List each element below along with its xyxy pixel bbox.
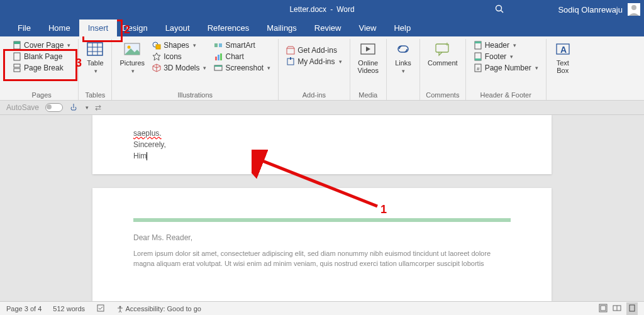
blank-page-icon: [13, 52, 21, 61]
chevron-down-icon: ▾: [402, 68, 405, 74]
svg-rect-8: [14, 69, 20, 72]
avatar[interactable]: [628, 3, 640, 16]
svg-rect-21: [218, 55, 219, 60]
text-box-button[interactable]: A Text Box: [552, 39, 574, 75]
links-button[interactable]: Links▾: [392, 39, 414, 76]
text-box-icon: A: [554, 40, 572, 58]
chevron-down-icon: ▾: [193, 42, 196, 48]
svg-rect-33: [475, 41, 481, 43]
touch-mode-icon[interactable]: [69, 102, 78, 113]
get-addins-button[interactable]: Get Add-ins: [284, 45, 344, 55]
page-indicator[interactable]: Page 3 of 4: [6, 305, 42, 312]
comment-button[interactable]: + Comment: [425, 39, 460, 68]
user-name[interactable]: Sodiq Olanrewaju: [558, 5, 623, 14]
page-break-icon: [13, 64, 21, 72]
icons-icon: [152, 52, 161, 61]
icons-button[interactable]: Icons: [150, 52, 209, 62]
sincerely-text[interactable]: Sincerely,: [133, 140, 511, 149]
header-icon: [474, 41, 482, 50]
cover-page-icon: [13, 41, 21, 50]
word-count[interactable]: 512 words: [53, 305, 85, 312]
store-icon: [286, 46, 295, 55]
lorem-text[interactable]: Lorem ipsum dolor sit amet, consectetuer…: [133, 248, 511, 268]
tab-view[interactable]: View: [350, 19, 385, 36]
group-pages: Cover Page▾ Blank Page Page Break Pages: [5, 39, 79, 100]
group-label-hf: Header & Footer: [480, 91, 531, 99]
cover-page-button[interactable]: Cover Page▾: [10, 40, 73, 50]
chevron-down-icon: ▾: [131, 68, 135, 74]
page-lower[interactable]: Dear Ms. Reader, Lorem ipsum dolor sit a…: [92, 188, 552, 301]
pictures-button[interactable]: Pictures▾: [117, 39, 147, 76]
chevron-down-icon: ▾: [513, 42, 516, 48]
page-number-button[interactable]: #Page Number▾: [471, 63, 541, 73]
ribbon: Cover Page▾ Blank Page Page Break Pages …: [0, 36, 644, 101]
tab-home[interactable]: Home: [40, 19, 79, 36]
dear-text[interactable]: Dear Ms. Reader,: [133, 233, 511, 242]
tab-references[interactable]: References: [199, 19, 258, 36]
my-addins-button[interactable]: My Add-ins▾: [284, 57, 344, 67]
tab-design[interactable]: Design: [113, 19, 156, 36]
spell-error[interactable]: saeplus.: [133, 129, 162, 138]
read-mode-icon[interactable]: [613, 304, 621, 314]
online-videos-button[interactable]: Online Videos: [355, 39, 381, 75]
svg-rect-48: [630, 305, 635, 311]
svg-rect-7: [14, 64, 20, 67]
group-links: Links▾: [387, 39, 420, 100]
video-icon: [359, 40, 377, 58]
svg-rect-42: [97, 305, 104, 311]
svg-point-43: [119, 306, 121, 308]
tab-layout[interactable]: Layout: [157, 19, 199, 36]
tab-help[interactable]: Help: [385, 19, 419, 36]
chart-button[interactable]: Chart: [211, 52, 273, 62]
tab-review[interactable]: Review: [306, 19, 350, 36]
chevron-down-icon: ▾: [535, 65, 538, 71]
shapes-button[interactable]: Shapes▾: [150, 40, 209, 50]
screenshot-button[interactable]: Screenshot▾: [211, 63, 273, 73]
title-bar: Letter.docx - Word Sodiq Olanrewaju: [0, 0, 644, 19]
svg-rect-5: [14, 41, 20, 44]
chart-icon: [214, 52, 223, 61]
autosave-toggle[interactable]: [45, 103, 63, 112]
footer-button[interactable]: Footer▾: [471, 52, 541, 62]
header-button[interactable]: Header▾: [471, 40, 541, 50]
qat-customize-icon[interactable]: ⇄: [95, 103, 101, 112]
blank-page-button[interactable]: Blank Page: [10, 52, 73, 62]
chevron-down-icon: ▾: [67, 42, 70, 48]
svg-text:#: #: [477, 66, 480, 72]
quick-access-bar: AutoSave ▾ ⇄: [0, 101, 644, 115]
text-cursor: [147, 152, 147, 160]
accessibility-status[interactable]: Accessibility: Good to go: [116, 305, 201, 312]
svg-rect-17: [156, 45, 160, 49]
print-layout-icon[interactable]: [626, 302, 638, 315]
group-text: A Text Box: [547, 39, 579, 100]
search-icon[interactable]: [495, 4, 504, 15]
chevron-down-icon[interactable]: ▾: [86, 104, 89, 111]
3d-models-button[interactable]: 3D Models▾: [150, 63, 209, 73]
him-text[interactable]: Him: [133, 152, 147, 160]
document-area[interactable]: saeplus. Sincerely, Him Dear Ms. Reader,…: [0, 115, 644, 301]
svg-rect-9: [87, 43, 103, 55]
tab-insert[interactable]: Insert: [79, 19, 118, 36]
smartart-button[interactable]: SmartArt: [211, 40, 273, 50]
page-upper[interactable]: saeplus. Sincerely, Him: [92, 115, 552, 174]
tab-mailings[interactable]: Mailings: [258, 19, 306, 36]
svg-point-15: [128, 46, 131, 49]
group-header-footer: Header▾ Footer▾ #Page Number▾ Header & F…: [466, 39, 547, 100]
group-label-illustrations: Illustrations: [177, 91, 213, 99]
tab-file[interactable]: File: [9, 19, 40, 36]
table-button[interactable]: Table▾: [84, 39, 106, 76]
footer-icon: [474, 52, 482, 61]
svg-rect-25: [287, 48, 294, 54]
table-icon: [86, 40, 104, 58]
group-label-tables: Tables: [85, 91, 105, 99]
svg-point-0: [496, 5, 502, 11]
status-bar: Page 3 of 4 512 words Accessibility: Goo…: [0, 301, 644, 315]
chevron-down-icon: ▾: [510, 53, 513, 60]
page-number-icon: #: [474, 64, 482, 72]
screenshot-icon: [214, 64, 223, 72]
focus-mode-icon[interactable]: [599, 304, 608, 314]
svg-rect-6: [14, 53, 20, 60]
page-break-button[interactable]: Page Break: [10, 63, 73, 73]
spellcheck-icon[interactable]: [96, 304, 105, 314]
svg-text:+: +: [445, 41, 449, 48]
